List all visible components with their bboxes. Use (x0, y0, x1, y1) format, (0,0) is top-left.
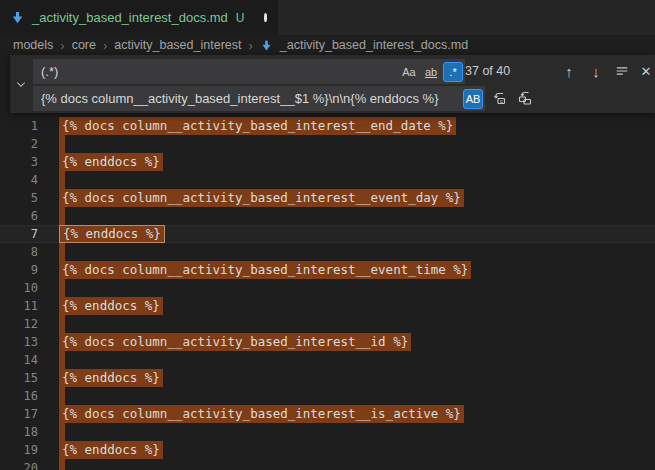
find-match-highlight: {% docs column__activity_based_interest_… (59, 333, 411, 351)
find-input[interactable] (33, 59, 399, 84)
line-number[interactable]: 5 (0, 189, 38, 207)
line-number[interactable]: 1 (0, 117, 38, 135)
editor-line[interactable]: 15{% enddocs %} (0, 369, 655, 387)
next-match-button[interactable]: ↓ (585, 60, 607, 82)
replace-all-button[interactable] (514, 87, 536, 109)
line-content[interactable]: {% docs column__activity_based_interest_… (59, 117, 655, 135)
tab-active-file[interactable]: _activity_based_interest_docs.md U (0, 0, 278, 35)
find-match-highlight: {% enddocs %} (59, 225, 165, 243)
editor-line[interactable]: 5{% docs column__activity_based_interest… (0, 189, 655, 207)
find-input-box: Aa ab .* (33, 59, 465, 84)
editor-line[interactable]: 3{% enddocs %} (0, 153, 655, 171)
line-number[interactable]: 18 (0, 423, 38, 441)
editor-line[interactable]: 13{% docs column__activity_based_interes… (0, 333, 655, 351)
editor-line[interactable]: 8 (0, 243, 655, 261)
find-match-highlight-empty (59, 171, 65, 189)
arrow-up-icon: ↑ (565, 63, 573, 80)
line-content[interactable] (59, 387, 655, 405)
svg-text:c: c (500, 98, 503, 104)
line-number[interactable]: 6 (0, 207, 38, 225)
editor-line[interactable]: 1{% docs column__activity_based_interest… (0, 117, 655, 135)
line-number[interactable]: 20 (0, 459, 38, 470)
find-match-highlight: {% docs column__activity_based_interest_… (59, 261, 471, 279)
selection-lines-icon (615, 64, 629, 78)
line-number[interactable]: 11 (0, 297, 38, 315)
close-find-widget-button[interactable]: ✕ (635, 60, 655, 82)
editor-line[interactable]: 7{% enddocs %} (0, 225, 655, 243)
line-number[interactable]: 12 (0, 315, 38, 333)
line-content[interactable]: {% docs column__activity_based_interest_… (59, 189, 655, 207)
breadcrumb-item-activity-based-interest[interactable]: activity_based_interest (114, 38, 241, 52)
line-number[interactable]: 2 (0, 135, 38, 153)
line-content[interactable]: {% enddocs %} (59, 441, 655, 459)
editor-line[interactable]: 18 (0, 423, 655, 441)
line-content[interactable]: {% enddocs %} (59, 225, 655, 243)
find-match-highlight-empty (59, 243, 65, 261)
line-content[interactable]: {% docs column__activity_based_interest_… (59, 333, 655, 351)
previous-match-button[interactable]: ↑ (558, 60, 580, 82)
line-content[interactable] (59, 207, 655, 225)
editor-line[interactable]: 2 (0, 135, 655, 153)
editor-line[interactable]: 19{% enddocs %} (0, 441, 655, 459)
breadcrumb-item-file[interactable]: _activity_based_interest_docs.md (280, 38, 468, 52)
editor-line[interactable]: 16 (0, 387, 655, 405)
line-number[interactable]: 8 (0, 243, 38, 261)
find-replace-widget: Aa ab .* 37 of 40 ↑ ↓ ✕ AB (10, 55, 655, 113)
line-number[interactable]: 19 (0, 441, 38, 459)
vscode-window: _activity_based_interest_docs.md U model… (0, 0, 655, 470)
editor-line[interactable]: 6 (0, 207, 655, 225)
line-content[interactable] (59, 171, 655, 189)
tab-git-status-badge: U (236, 11, 245, 25)
match-case-button[interactable]: Aa (399, 62, 419, 82)
find-match-highlight-empty (59, 315, 65, 333)
find-match-highlight: {% enddocs %} (59, 369, 163, 387)
breadcrumb-item-models[interactable]: models (13, 38, 53, 52)
modified-dot-icon[interactable] (264, 13, 267, 22)
line-content[interactable] (59, 315, 655, 333)
line-number[interactable]: 7 (0, 225, 38, 243)
preserve-case-button[interactable]: AB (463, 89, 483, 109)
breadcrumb-item-core[interactable]: core (72, 38, 96, 52)
line-number[interactable]: 16 (0, 387, 38, 405)
line-number[interactable]: 13 (0, 333, 38, 351)
editor-line[interactable]: 20 (0, 459, 655, 470)
toggle-replace-chevron-icon[interactable] (10, 55, 32, 113)
find-in-selection-button[interactable] (611, 60, 633, 82)
line-content[interactable] (59, 351, 655, 369)
line-number[interactable]: 10 (0, 279, 38, 297)
line-content[interactable] (59, 459, 655, 470)
replace-all-icon (517, 90, 533, 106)
editor-line[interactable]: 11{% enddocs %} (0, 297, 655, 315)
line-number[interactable]: 3 (0, 153, 38, 171)
regex-button[interactable]: .* (443, 62, 463, 82)
line-content[interactable]: {% enddocs %} (59, 297, 655, 315)
editor-line[interactable]: 14 (0, 351, 655, 369)
line-number[interactable]: 14 (0, 351, 38, 369)
find-match-highlight: {% enddocs %} (59, 153, 163, 171)
editor-line[interactable]: 9{% docs column__activity_based_interest… (0, 261, 655, 279)
line-content[interactable] (59, 279, 655, 297)
editor-line[interactable]: 10 (0, 279, 655, 297)
markdown-file-icon (260, 39, 273, 52)
line-number[interactable]: 17 (0, 405, 38, 423)
line-number[interactable]: 4 (0, 171, 38, 189)
replace-one-button[interactable]: c (488, 87, 510, 109)
line-content[interactable]: {% enddocs %} (59, 153, 655, 171)
line-content[interactable] (59, 243, 655, 261)
editor-line[interactable]: 4 (0, 171, 655, 189)
breadcrumb-separator-icon: › (103, 38, 107, 53)
line-content[interactable]: {% docs column__activity_based_interest_… (59, 261, 655, 279)
line-number[interactable]: 9 (0, 261, 38, 279)
replace-input[interactable] (33, 86, 463, 111)
editor-lines: 1{% docs column__activity_based_interest… (0, 117, 655, 470)
line-content[interactable] (59, 135, 655, 153)
whole-word-button[interactable]: ab (421, 62, 441, 82)
line-number[interactable]: 15 (0, 369, 38, 387)
editor-line[interactable]: 17{% docs column__activity_based_interes… (0, 405, 655, 423)
find-match-highlight: {% enddocs %} (59, 297, 163, 315)
editor-line[interactable]: 12 (0, 315, 655, 333)
line-content[interactable]: {% enddocs %} (59, 369, 655, 387)
line-content[interactable] (59, 423, 655, 441)
markdown-file-icon (10, 10, 25, 25)
line-content[interactable]: {% docs column__activity_based_interest_… (59, 405, 655, 423)
